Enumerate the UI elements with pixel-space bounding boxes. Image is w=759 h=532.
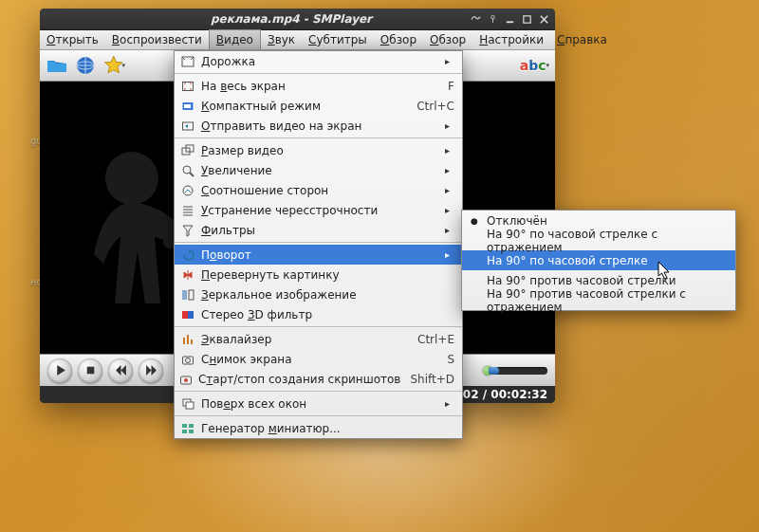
rotate-option[interactable]: На 90° по часовой стрелке с отражением <box>462 230 735 250</box>
svg-rect-10 <box>184 104 191 108</box>
menuitem-compact[interactable]: Компактный режимCtrl+C <box>175 96 462 116</box>
menuitem-label: Соотношение сторон <box>197 184 439 197</box>
rotate-option-label: На 90° против часовой стрелки <box>481 274 726 287</box>
menuitem-track[interactable]: Дорожка▸ <box>175 51 462 71</box>
submenu-rotate: ●ОтключёнНа 90° по часовой стрелке с отр… <box>461 210 736 311</box>
volume-slider[interactable] <box>489 367 547 375</box>
svg-point-21 <box>186 358 191 362</box>
mirror-icon <box>178 288 197 302</box>
menuitem-label: Перевернуть картинку <box>197 268 454 282</box>
globe-icon[interactable] <box>74 54 97 77</box>
menu-separator <box>175 391 462 392</box>
menu-открыть[interactable]: Открыть <box>40 30 105 49</box>
menuitem-screenshot[interactable]: Снимок экранаS <box>175 349 462 369</box>
menuitem-send-screen[interactable]: Отправить видео на экран▸ <box>175 116 462 136</box>
svg-point-15 <box>183 186 193 195</box>
submenu-arrow-icon: ▸ <box>445 205 454 215</box>
menuitem-rotate[interactable]: Поворот▸ <box>175 245 462 265</box>
menuitem-mirror[interactable]: Зеркальное изображение <box>175 284 462 304</box>
subtitles-abc-icon[interactable]: abc ▾ <box>520 54 549 77</box>
menuitem-equalizer[interactable]: ЭквалайзерCtrl+E <box>175 329 462 349</box>
stop-button[interactable] <box>78 358 102 383</box>
menuitem-label: Поверх всех окон <box>197 397 439 411</box>
menuitem-stereo3d[interactable]: Стерео 3D фильтр <box>175 304 462 324</box>
rotate-option[interactable]: На 90° против часовой стрелки с отражени… <box>462 290 735 310</box>
submenu-arrow-icon: ▸ <box>445 225 454 235</box>
submenu-arrow-icon: ▸ <box>445 398 454 409</box>
send-screen-icon <box>178 119 197 133</box>
size-icon <box>178 144 197 157</box>
svg-rect-29 <box>189 430 194 433</box>
titlebar[interactable]: реклама.mp4 - SMPlayer <box>40 9 555 30</box>
svg-rect-26 <box>182 424 187 428</box>
menuitem-thumbs[interactable]: Генератор миниатюр... <box>175 418 462 438</box>
menu-звук[interactable]: Звук <box>261 30 302 49</box>
svg-rect-17 <box>189 290 194 300</box>
submenu-arrow-icon: ▸ <box>445 145 454 156</box>
menuitem-size[interactable]: Размер видео▸ <box>175 140 462 160</box>
menu-настройки[interactable]: Настройки <box>472 30 550 49</box>
close-button[interactable] <box>539 14 549 25</box>
menu-воспроизвести[interactable]: Воспроизвести <box>105 30 209 49</box>
filters-icon <box>178 224 197 237</box>
menuitem-aspect[interactable]: Соотношение сторон▸ <box>175 180 462 200</box>
menubar: ОткрытьВоспроизвестиВидеоЗвукСубтитрыОбз… <box>40 30 555 50</box>
scrcapture-icon <box>178 373 194 386</box>
stereo3d-icon <box>178 308 197 321</box>
compact-icon <box>178 100 197 113</box>
svg-rect-19 <box>188 311 194 319</box>
menuitem-label: Старт/стоп создания скриншотов <box>194 373 400 386</box>
menuitem-scrcapture[interactable]: Старт/стоп создания скриншотовShift+D <box>175 369 462 389</box>
open-folder-icon[interactable] <box>46 54 68 77</box>
menu-видео[interactable]: Видео <box>209 29 261 49</box>
menuitem-label: Поворот <box>197 248 439 262</box>
menu-обзор[interactable]: Обзор <box>423 30 472 49</box>
menuitem-deinterlace[interactable]: Устранение чересстрочности▸ <box>175 200 462 220</box>
deinterlace-icon <box>178 204 197 217</box>
menu-separator <box>175 73 462 74</box>
rotate-option-label: На 90° по часовой стрелке с отражением <box>481 228 726 254</box>
rotate-option[interactable]: На 90° по часовой стрелке <box>462 250 735 270</box>
menuitem-label: Отправить видео на экран <box>197 119 439 133</box>
window-title: реклама.mp4 - SMPlayer <box>112 12 471 26</box>
menuitem-label: Размер видео <box>197 144 439 157</box>
thumbs-icon <box>178 422 197 435</box>
volume-fill <box>489 367 499 375</box>
menu-справка[interactable]: Справка <box>550 30 614 49</box>
menuitem-label: Эквалайзер <box>197 333 408 346</box>
shortcut-label: F <box>438 80 454 93</box>
play-button[interactable] <box>47 358 72 383</box>
shortcut-label: Ctrl+C <box>407 100 454 113</box>
radio-indicator: ● <box>468 216 481 226</box>
rotate-option-label: На 90° против часовой стрелки с отражени… <box>481 287 726 314</box>
prev-button[interactable] <box>108 358 133 383</box>
track-icon <box>178 55 197 68</box>
menuitem-ontop[interactable]: Поверх всех окон▸ <box>175 394 462 413</box>
menuitem-flip[interactable]: Перевернуть картинку <box>175 265 462 284</box>
submenu-arrow-icon: ▸ <box>445 249 454 260</box>
svg-point-23 <box>184 378 188 382</box>
menuitem-label: Увеличение <box>197 164 439 177</box>
pin-icon[interactable] <box>488 14 498 25</box>
menuitem-fullscreen[interactable]: На весь экранF <box>175 76 462 96</box>
menu-separator <box>175 138 462 138</box>
favorites-star-icon[interactable]: ▾ <box>102 54 125 77</box>
aspect-icon <box>178 184 197 197</box>
menuitem-label: Генератор миниатюр... <box>197 422 454 435</box>
minimize-button[interactable] <box>505 14 515 25</box>
menu-обзор[interactable]: Обзор <box>374 30 423 49</box>
rotate-icon <box>178 248 197 262</box>
menuitem-label: На весь экран <box>197 80 438 93</box>
menuitem-filters[interactable]: Фильтры▸ <box>175 220 462 240</box>
svg-point-0 <box>491 15 495 19</box>
menu-субтитры[interactable]: Субтитры <box>302 30 374 49</box>
maximize-button[interactable] <box>522 14 532 25</box>
rotate-option-label: Отключён <box>481 214 726 228</box>
menu-separator <box>175 242 462 243</box>
next-button[interactable] <box>139 358 163 383</box>
menuitem-zoom[interactable]: Увеличение▸ <box>175 160 462 180</box>
ontop-icon <box>178 397 197 411</box>
svg-rect-27 <box>189 424 194 428</box>
integrate-icon[interactable] <box>471 14 481 25</box>
submenu-arrow-icon: ▸ <box>445 56 454 66</box>
